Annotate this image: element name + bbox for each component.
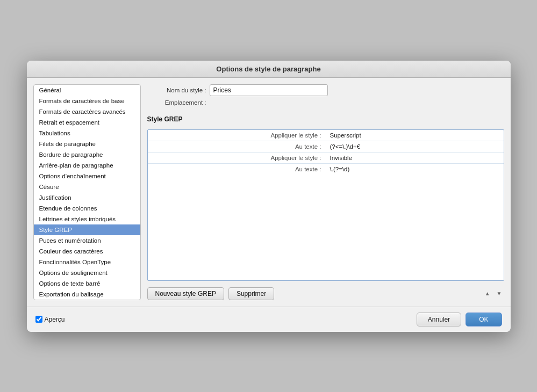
grep-apply-label-1: Appliquer le style : [148, 153, 326, 163]
dialog-window: Options de style de paragraphe GénéralFo… [27, 61, 511, 332]
dialog-body: GénéralFormats de caractères de baseForm… [27, 78, 511, 307]
sidebar-item-general[interactable]: Général [34, 85, 140, 96]
preview-label: Aperçu [45, 316, 65, 323]
grep-apply-value-0: Superscript [326, 130, 504, 141]
sidebar-item-arriere-plan-paragraphe[interactable]: Arrière-plan de paragraphe [34, 160, 140, 171]
sidebar: GénéralFormats de caractères de baseForm… [33, 84, 141, 300]
preview-checkbox[interactable] [35, 316, 42, 323]
sidebar-item-puces-numerotation[interactable]: Puces et numérotation [34, 235, 140, 246]
sidebar-item-justification[interactable]: Justification [34, 192, 140, 203]
style-name-label: Nom du style : [147, 87, 206, 93]
sidebar-item-options-soulignement[interactable]: Options de soulignement [34, 267, 140, 278]
delete-button[interactable]: Supprimer [228, 287, 274, 300]
grep-apply-row-1[interactable]: Appliquer le style : Invisible [148, 153, 504, 164]
sidebar-item-exportation-balisage[interactable]: Exportation du balisage [34, 289, 140, 300]
sidebar-item-couleur-caracteres[interactable]: Couleur des caractères [34, 246, 140, 257]
sidebar-item-formats-avances[interactable]: Formats de caractères avancés [34, 106, 140, 117]
sidebar-item-options-enchainement[interactable]: Options d'enchaînement [34, 171, 140, 182]
grep-text-row-0[interactable]: Au texte : (?<=\.)\d+€ [148, 141, 504, 153]
grep-table[interactable]: Appliquer le style : Superscript Au text… [147, 129, 504, 281]
header-fields: Nom du style : Emplacement : [147, 84, 504, 107]
move-down-button[interactable]: ▼ [495, 289, 504, 297]
sidebar-item-style-grep[interactable]: Style GREP [34, 224, 140, 235]
footer-right: Annuler OK [417, 313, 502, 326]
sidebar-item-tabulations[interactable]: Tabulations [34, 128, 140, 139]
style-name-input[interactable] [210, 84, 328, 96]
sidebar-item-bordure-paragraphe[interactable]: Bordure de paragraphe [34, 149, 140, 160]
grep-text-row-1[interactable]: Au texte : \.(?=\d) [148, 164, 504, 175]
move-up-button[interactable]: ▲ [483, 289, 492, 297]
sidebar-item-lettrines-styles-imbriques[interactable]: Lettrines et styles imbriqués [34, 214, 140, 224]
dialog-title: Options de style de paragraphe [27, 61, 511, 78]
location-row: Emplacement : [147, 99, 504, 106]
section-title: Style GREP [147, 115, 504, 123]
grep-apply-value-1: Invisible [326, 153, 504, 163]
ok-button[interactable]: OK [466, 313, 502, 326]
preview-checkbox-label[interactable]: Aperçu [35, 316, 65, 323]
grep-text-label-0: Au texte : [148, 141, 326, 152]
grep-buttons-row: Nouveau style GREP Supprimer ▲ ▼ [147, 287, 504, 300]
location-label: Emplacement : [147, 99, 206, 106]
cancel-button[interactable]: Annuler [417, 313, 461, 326]
new-grep-style-button[interactable]: Nouveau style GREP [147, 287, 224, 300]
dialog-footer: Aperçu Annuler OK [27, 307, 511, 332]
sidebar-item-options-texte-barre[interactable]: Options de texte barré [34, 278, 140, 289]
main-content: Nom du style : Emplacement : Style GREP … [147, 84, 504, 300]
grep-text-value-1: \.(?=\d) [326, 164, 504, 175]
grep-apply-row-0[interactable]: Appliquer le style : Superscript [148, 130, 504, 141]
grep-apply-label-0: Appliquer le style : [148, 130, 326, 141]
grep-text-label-1: Au texte : [148, 164, 326, 175]
grep-text-value-0: (?<=\.)\d+€ [326, 141, 504, 152]
style-name-row: Nom du style : [147, 84, 504, 96]
sidebar-item-fonctionnalites-opentype[interactable]: Fonctionnalités OpenType [34, 257, 140, 267]
sidebar-item-filets-paragraphe[interactable]: Filets de paragraphe [34, 139, 140, 149]
sidebar-item-cesure[interactable]: Césure [34, 182, 140, 192]
sidebar-item-etendue-colonnes[interactable]: Etendue de colonnes [34, 203, 140, 214]
footer-left: Aperçu [35, 316, 65, 323]
sidebar-item-retrait-espacement[interactable]: Retrait et espacement [34, 117, 140, 128]
sidebar-item-formats-base[interactable]: Formats de caractères de base [34, 96, 140, 106]
